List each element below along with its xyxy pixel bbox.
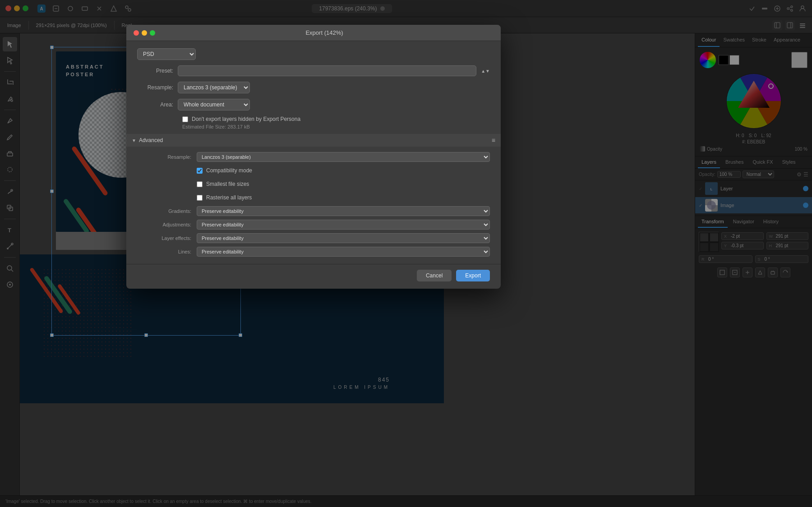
adv-layer-effects-label: Layer effects: [137,235,191,241]
adv-gradients-label: Gradients: [137,208,191,214]
adv-lines-label: Lines: [137,249,191,254]
dialog-maximize[interactable] [150,30,155,36]
dialog-traffic-lights [134,30,155,36]
adv-smallest-row: Smallest file sizes [197,181,490,187]
advanced-title-text: Advanced [139,137,163,143]
filesize-value: 283.17 kB [227,124,250,129]
filesize-row: Estimated File Size: 283.17 kB [182,124,490,129]
preset-arrow: ▲▼ [481,69,490,74]
adv-rasterise-checkbox[interactable] [197,195,203,201]
preset-input[interactable] [178,65,476,76]
preset-label: Preset: [137,68,173,74]
chevron-down-icon: ▼ [132,138,136,143]
adv-adjustments-select[interactable]: Preserve editability Flatten [197,220,490,230]
adv-rasterise-row: Rasterise all layers [197,194,490,201]
resample-row: Resample: Lanczos 3 (separable) Bilinear… [137,82,490,93]
cancel-button[interactable]: Cancel [417,270,452,281]
format-select[interactable]: PSD PNG JPEG TIFF EPS [137,48,196,60]
advanced-grid: Resample: Lanczos 3 (separable) Bilinear… [137,152,490,257]
export-button[interactable]: Export [456,270,490,281]
adv-smallest-label: Smallest file sizes [206,181,249,187]
area-row: Area: Whole document Selection [137,99,490,111]
advanced-title: ▼ Advanced [132,137,163,143]
adv-compat-row: Compatibility mode [197,167,490,174]
dialog-footer: Cancel Export [126,264,501,289]
dialog-title: Export (142%) [305,29,343,36]
dialog-overlay[interactable]: Export (142%) PSD PNG JPEG TIFF EPS Pres… [0,0,812,507]
resample-select[interactable]: Lanczos 3 (separable) Bilinear Bicubic [178,82,250,93]
adv-rasterise-label: Rasterise all layers [206,194,252,201]
advanced-section-header[interactable]: ▼ Advanced ≡ [126,134,501,147]
section-menu-icon[interactable]: ≡ [492,137,495,144]
area-label: Area: [137,101,173,108]
dialog-body: PSD PNG JPEG TIFF EPS Preset: ▲▼ Resampl… [126,41,501,264]
adv-resample-row: Lanczos 3 (separable) Bilinear [197,152,490,162]
adv-gradients-select[interactable]: Preserve editability Flatten [197,206,490,216]
format-row: PSD PNG JPEG TIFF EPS [137,48,490,60]
area-select[interactable]: Whole document Selection [178,99,250,111]
hidden-layers-checkbox[interactable] [182,116,188,122]
dialog-titlebar: Export (142%) [126,25,501,41]
resample-label: Resample: [137,84,173,91]
hidden-layers-row: Don't export layers hidden by Export Per… [182,116,490,122]
adv-resample-select[interactable]: Lanczos 3 (separable) Bilinear [197,152,490,162]
adv-adjustments-label: Adjustments: [137,222,191,227]
dialog-close[interactable] [134,30,139,36]
dialog-minimize[interactable] [142,30,147,36]
adv-layer-effects-select[interactable]: Preserve editability Flatten [197,233,490,243]
adv-smallest-checkbox[interactable] [197,181,203,187]
export-dialog: Export (142%) PSD PNG JPEG TIFF EPS Pres… [126,25,501,289]
filesize-label: Estimated File Size: [182,124,226,129]
hidden-layers-label: Don't export layers hidden by Export Per… [192,116,300,122]
adv-compat-checkbox[interactable] [197,168,203,174]
adv-resample-label: Resample: [137,154,191,160]
adv-lines-select[interactable]: Preserve editability Flatten [197,247,490,257]
adv-compat-label: Compatibility mode [206,167,252,174]
preset-row: Preset: ▲▼ [137,65,490,76]
